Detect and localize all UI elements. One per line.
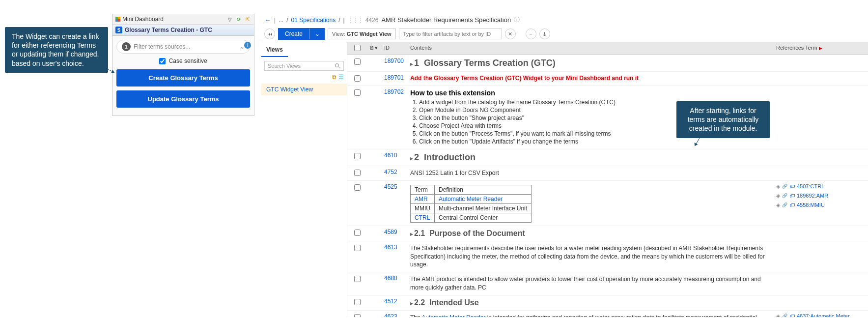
references-cell <box>772 295 868 310</box>
artifact-content[interactable]: The AMR product is intended to allow wat… <box>406 272 772 295</box>
create-dropdown-icon[interactable]: ⌄ <box>309 29 325 39</box>
case-sensitive-label: Case sensitive <box>169 58 207 64</box>
back-arrow-icon[interactable]: ← <box>264 16 271 24</box>
table-row: 4610▸2 Introduction <box>347 149 868 166</box>
reference-link[interactable]: ◈🔗🏷189692:AMR <box>776 193 864 199</box>
row-checkbox[interactable] <box>354 299 361 305</box>
widget-body: 1 Filter terms sources... ⌄ Case sensiti… <box>112 36 254 116</box>
select-all-checkbox[interactable] <box>354 45 361 51</box>
module-id: 4426 <box>365 17 379 24</box>
views-panel: Views Search Views ⧉ ☰ GTC Widget View <box>261 42 347 317</box>
artifact-id-link[interactable]: 4752 <box>384 169 397 175</box>
collapse-button[interactable]: − <box>526 29 536 39</box>
row-checkbox[interactable] <box>354 89 361 96</box>
artifact-content[interactable]: ▸2.2 Intended Use <box>406 295 772 310</box>
reference-link[interactable]: ◈🔗🏷4507:CTRL <box>776 183 864 190</box>
row-checkbox[interactable] <box>354 170 361 176</box>
artifact-id-link[interactable]: 4610 <box>384 152 397 159</box>
info-icon[interactable]: i <box>244 42 251 49</box>
row-checkbox[interactable] <box>354 230 361 236</box>
col-id-header[interactable]: ID <box>382 42 406 55</box>
references-cell <box>772 166 868 180</box>
references-cell <box>772 272 868 295</box>
row-checkbox[interactable] <box>354 184 361 191</box>
artifact-id-link[interactable]: 4512 <box>384 298 397 305</box>
table-row: 189702How to use this extensionAdd a wid… <box>347 86 868 149</box>
sep: | <box>343 17 345 24</box>
artifact-id-link[interactable]: 4525 <box>384 183 397 190</box>
artifact-content[interactable]: ▸1 Glossary Terms Creation (GTC) <box>406 55 772 71</box>
references-cell <box>772 55 868 71</box>
view-tree-icon[interactable]: ⧉ <box>332 74 336 81</box>
artifact-id-link[interactable]: 189700 <box>384 58 404 64</box>
artifact-content[interactable]: The Stakeholder requirements describe th… <box>406 241 772 272</box>
row-checkbox[interactable] <box>354 153 361 159</box>
step-number: 1 <box>122 42 131 51</box>
artifact-id-link[interactable]: 4623 <box>384 313 397 317</box>
views-search-placeholder: Search Views <box>268 63 301 69</box>
table-row: 4613The Stakeholder requirements describ… <box>347 241 868 272</box>
case-sensitive-checkbox[interactable] <box>159 58 166 64</box>
row-checkbox[interactable] <box>354 276 361 282</box>
views-tab[interactable]: Views <box>261 42 288 57</box>
view-selector[interactable]: View: GTC Widget View <box>328 29 396 39</box>
artifact-content[interactable]: Add the Glossary Terms Creation (GTC) Wi… <box>406 72 772 86</box>
diamond-icon: ◈ <box>776 313 780 317</box>
view-list-icon[interactable]: ☰ <box>338 74 344 81</box>
artifact-id-link[interactable]: 4680 <box>384 275 397 282</box>
create-glossary-button[interactable]: Create Glossary Terms <box>116 69 250 87</box>
widget-header: S Glossary Terms Creation - GTC <box>112 25 254 36</box>
artifact-content[interactable]: The Automatic Meter Reader is intended f… <box>406 311 772 317</box>
filter-sources-dropdown[interactable]: 1 Filter terms sources... ⌄ <box>116 40 250 54</box>
table-row: 4512▸2.2 Intended Use <box>347 295 868 311</box>
mini-dashboard-panel: Mini Dashboard ▽ ⟳ ⇱ S Glossary Terms Cr… <box>112 14 254 116</box>
artifact-id-link[interactable]: 189701 <box>384 74 404 81</box>
artifact-content[interactable]: ▸2.1 Purpose of the Document <box>406 226 772 241</box>
references-cell <box>772 241 868 272</box>
row-checkbox[interactable] <box>354 58 361 65</box>
filter-input[interactable] <box>399 29 502 39</box>
col-checkbox[interactable] <box>347 42 367 55</box>
clear-filter-button[interactable]: ✕ <box>505 29 516 39</box>
references-cell <box>772 86 868 149</box>
svg-point-0 <box>336 64 339 67</box>
view-name: GTC Widget View <box>347 31 392 37</box>
module-title: AMR Stakeholder Requirements Specificati… <box>381 16 511 24</box>
expand-button[interactable]: ⤓ <box>539 29 550 39</box>
update-glossary-button[interactable]: Update Glossary Terms <box>116 90 250 108</box>
artifact-content[interactable]: ▸2 Introduction <box>406 149 772 166</box>
dashboard-dropdown[interactable]: ▽ <box>226 16 233 23</box>
row-checkbox[interactable] <box>354 314 361 317</box>
artifact-id-link[interactable]: 4589 <box>384 229 397 235</box>
row-checkbox[interactable] <box>354 75 361 82</box>
references-cell <box>772 226 868 241</box>
row-checkbox[interactable] <box>354 245 361 251</box>
col-format[interactable]: 🗎▾ <box>367 42 382 55</box>
col-ref-header[interactable]: References Term ▶ <box>772 42 868 55</box>
artifact-id-link[interactable]: 4613 <box>384 244 397 251</box>
dashboard-expand-icon[interactable]: ⇱ <box>244 16 251 23</box>
tag-icon: 🏷 <box>789 202 795 208</box>
drag-handle-icon[interactable]: ⋮⋮⋮ <box>348 17 363 24</box>
col-contents-header[interactable]: Contents <box>406 42 772 55</box>
view-item-gtc[interactable]: GTC Widget View <box>261 84 347 95</box>
dashboard-icon <box>115 17 120 22</box>
link-icon: 🔗 <box>782 202 787 207</box>
dashboard-refresh-icon[interactable]: ⟳ <box>235 16 242 23</box>
create-button[interactable]: Create ⌄ <box>278 28 325 40</box>
search-icon <box>335 63 340 69</box>
help-icon[interactable]: ⓘ <box>514 16 520 24</box>
breadcrumb-spec-link[interactable]: 01 Specifications <box>291 17 336 24</box>
artifact-content[interactable]: ANSI 1252 Latin 1 for CSV Export <box>406 166 772 180</box>
reference-link[interactable]: ◈🔗🏷4637:Automatic Meter... <box>776 313 864 317</box>
artifact-content[interactable]: TermDefinitionAMRAutomatic Meter ReaderM… <box>406 181 772 226</box>
go-first-button[interactable]: ⏮ <box>264 29 275 39</box>
create-label: Create <box>285 30 303 37</box>
references-cell <box>772 72 868 86</box>
tag-icon: 🏷 <box>789 183 795 189</box>
reference-link[interactable]: ◈🔗🏷4558:MMIU <box>776 202 864 208</box>
artifact-id-link[interactable]: 189702 <box>384 88 404 95</box>
widget-logo-icon: S <box>115 27 122 33</box>
sort-icon: ▶ <box>819 46 822 51</box>
views-search-input[interactable]: Search Views <box>264 61 344 71</box>
